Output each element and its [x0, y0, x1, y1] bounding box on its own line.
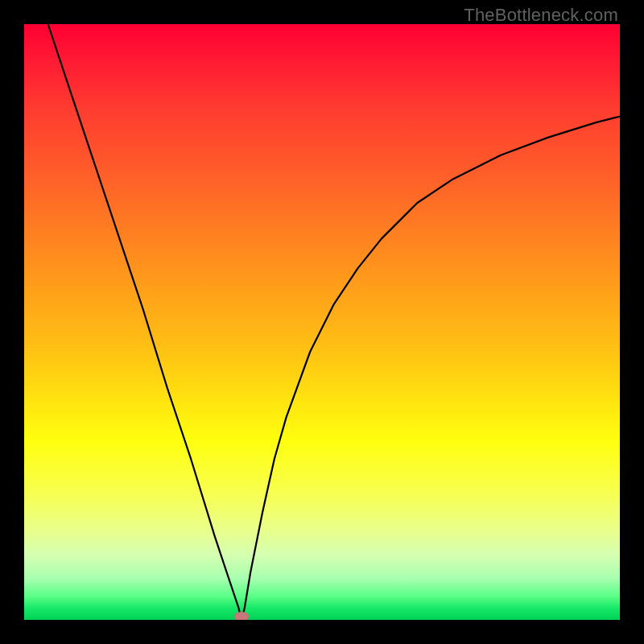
min-marker	[234, 612, 249, 620]
chart-frame: TheBottleneck.com	[0, 0, 644, 644]
curve-path	[48, 24, 620, 620]
watermark: TheBottleneck.com	[464, 5, 618, 26]
bottleneck-curve	[24, 24, 620, 620]
plot-area	[24, 24, 620, 620]
